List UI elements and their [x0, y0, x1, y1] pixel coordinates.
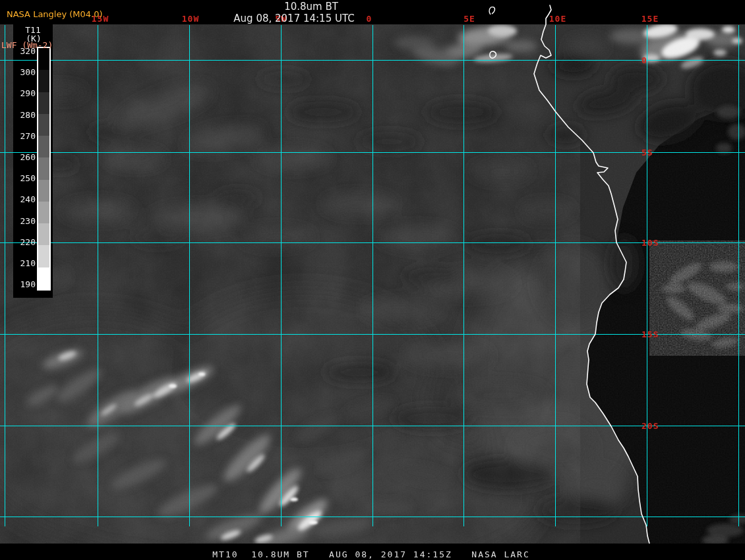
satellite-viewer: { "header": { "nasa_label": "NASA Langle… — [0, 0, 745, 560]
lon-label-5E: 5E — [463, 14, 475, 23]
colorbar-segment — [38, 180, 49, 202]
page-datetime: Aug 08, 2017 14:15 UTC — [233, 13, 354, 24]
colorbar-segment — [38, 157, 49, 179]
lon-label-10E: 10E — [549, 14, 566, 23]
colorbar-tick-210: 210 — [15, 259, 36, 268]
colorbar-segment — [38, 92, 49, 114]
footer-bar: MT10 10.8UM BT AUG 08, 2017 14:15Z NASA … — [0, 544, 745, 560]
satellite-imagery — [0, 0, 745, 560]
colorbar-segment — [38, 245, 49, 267]
lat-label-15S: 15S — [641, 330, 659, 339]
colorbar-tick-190: 190 — [15, 280, 36, 289]
colorbar-segment — [38, 202, 49, 223]
nasa-langley-label: NASA Langley (M04.0) — [7, 10, 103, 19]
colorbar-tick-260: 260 — [15, 153, 36, 162]
lat-label-20S: 20S — [641, 422, 659, 430]
colorbar-tick-240: 240 — [15, 195, 36, 204]
lon-label-0: 0 — [367, 14, 372, 23]
colorbar-segment — [38, 114, 49, 136]
colorbar-tick-270: 270 — [15, 132, 36, 141]
colorbar-segment — [38, 70, 49, 92]
lat-label-10S: 10S — [641, 238, 659, 247]
colorbar-segment — [38, 48, 49, 70]
lat-label-5S: 5S — [641, 148, 653, 157]
colorbar-tick-320: 320 — [15, 47, 36, 56]
colorbar-tick-290: 290 — [15, 89, 36, 98]
colorbar-tick-230: 230 — [15, 217, 36, 226]
footer-text: MT10 10.8UM BT AUG 08, 2017 14:15Z NASA … — [212, 549, 530, 559]
colorbar-segment — [38, 267, 49, 289]
colorbar-tick-220: 220 — [15, 238, 36, 247]
colorbar-strip — [37, 47, 51, 291]
colorbar-tick-250: 250 — [15, 174, 36, 183]
colorbar-tick-280: 280 — [15, 111, 36, 120]
colorbar-segment — [38, 223, 49, 245]
lat-label-0: 0 — [641, 56, 647, 65]
colorbar-segment — [38, 136, 49, 157]
lon-label-10W: 10W — [182, 14, 199, 23]
colorbar-tick-300: 300 — [15, 68, 36, 77]
grain-overlay — [0, 24, 745, 544]
lon-label-15E: 15E — [641, 14, 659, 23]
page-title: 10.8um BT — [284, 1, 338, 13]
